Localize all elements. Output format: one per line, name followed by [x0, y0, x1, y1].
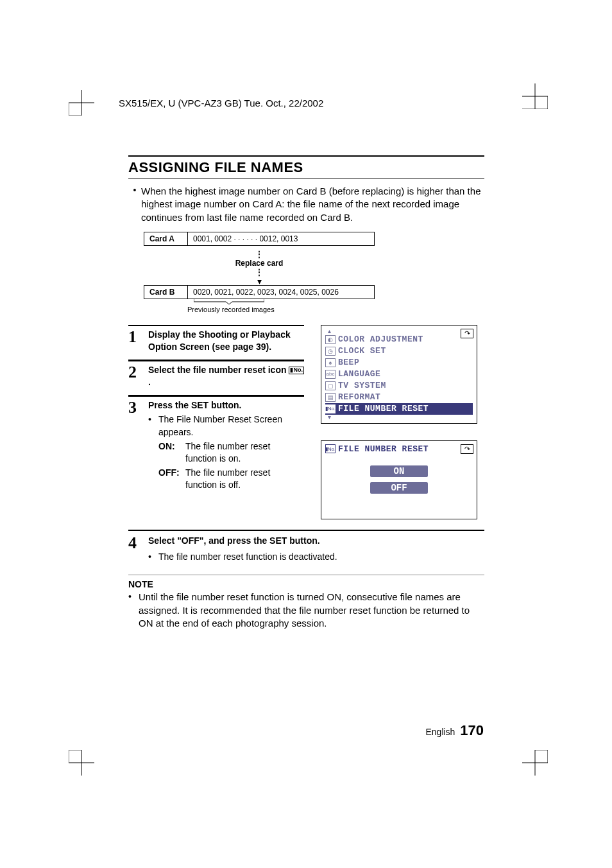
- scroll-down-icon: ▾: [325, 415, 473, 420]
- step-3-sub-1: The File Number Reset Screen appears.: [158, 413, 304, 438]
- diagram-row-b: Card B 0020, 0021, 0022, 0023, 0024, 002…: [144, 285, 375, 299]
- diagram-row-a: Card A 0001, 0002 · · · · · · 0012, 0013: [144, 232, 375, 246]
- beep-icon: ♠: [325, 358, 336, 367]
- on-label: ON:: [158, 440, 185, 465]
- svg-rect-0: [69, 103, 81, 116]
- tv-icon: ▢: [325, 381, 336, 390]
- file-number-reset-icon: ▮No.: [289, 367, 304, 374]
- step-3: 3 Press the SET button. • The File Numbe…: [128, 395, 304, 492]
- note-text: Until the file number reset function is …: [139, 591, 484, 630]
- svg-rect-7: [69, 750, 81, 763]
- step-number-3: 3: [128, 399, 148, 492]
- off-text: The file number reset function is off.: [185, 467, 304, 492]
- card-b-values: 0020, 0021, 0022, 0023, 0024, 0025, 0026: [188, 286, 374, 299]
- intro-text: When the highest image number on Card B …: [141, 185, 484, 224]
- step-4-sub-1: The file number reset function is deacti…: [158, 551, 337, 564]
- crop-mark-br: [522, 750, 548, 778]
- language-icon: abc: [325, 370, 336, 379]
- crop-mark-tl: [69, 90, 94, 118]
- scroll-up-icon: ▴: [325, 329, 473, 334]
- step-number-4: 4: [128, 535, 148, 563]
- bullet-icon: •: [148, 413, 158, 438]
- menu-item-file-number-reset: ▮No. FILE NUMBER RESET: [325, 403, 473, 415]
- brace-icon: [194, 299, 264, 306]
- note-title: NOTE: [128, 579, 484, 589]
- step-1-title: Display the Shooting or Playback Option …: [148, 329, 304, 353]
- bullet-icon: •: [128, 185, 141, 224]
- menu-item-clock-set: ◷ CLOCK SET: [325, 345, 473, 357]
- page-title: ASSIGNING FILE NAMES: [128, 155, 484, 178]
- file-number-reset-icon: ▮No.: [325, 444, 336, 453]
- card-a-label: Card A: [144, 232, 188, 245]
- svg-rect-10: [535, 750, 548, 763]
- off-label: OFF:: [158, 467, 185, 492]
- menu-item-tv-system: ▢ TV SYSTEM: [325, 380, 473, 392]
- screen2-title: FILE NUMBER RESET: [338, 444, 429, 454]
- crop-mark-bl: [69, 750, 94, 778]
- header-line: SX515/EX, U (VPC-AZ3 GB) Tue. Oct., 22/2…: [119, 98, 323, 108]
- svg-rect-3: [535, 96, 548, 109]
- on-text: The file number reset function is on.: [185, 440, 304, 465]
- arrow-down-icon: ▾: [144, 278, 375, 285]
- menu-item-language: abc LANGUAGE: [325, 369, 473, 380]
- step-4: 4 Select "OFF", and press the SET button…: [128, 531, 484, 563]
- menu-item-color-adjustment: ◐ COLOR ADJUSTMENT: [325, 334, 473, 345]
- footer-language: English: [425, 727, 455, 737]
- card-a-values: 0001, 0002 · · · · · · 0012, 0013: [188, 232, 374, 245]
- exit-icon: ↷: [461, 444, 473, 454]
- menu-item-reformat: ▤ REFORMAT: [325, 392, 473, 403]
- reformat-icon: ▤: [325, 393, 336, 402]
- bullet-icon: •: [128, 591, 139, 630]
- crop-mark-tr: [522, 83, 548, 112]
- replace-card-label: ⋮ Replace card ⋮: [144, 246, 375, 278]
- card-b-label: Card B: [144, 286, 188, 299]
- menu-item-beep: ♠ BEEP: [325, 357, 473, 369]
- step-number-1: 1: [128, 329, 148, 353]
- file-number-reset-icon: ▮No.: [325, 404, 336, 413]
- exit-icon: ↷: [461, 329, 473, 338]
- step-number-2: 2: [128, 364, 148, 388]
- page-footer: English 170: [425, 722, 484, 739]
- step-2: 2 Select the file number reset icon ▮No.…: [128, 360, 304, 388]
- page-number: 170: [460, 722, 484, 738]
- on-option: ON: [370, 465, 428, 477]
- clock-icon: ◷: [325, 347, 336, 356]
- off-option: OFF: [370, 482, 428, 494]
- color-adjustment-icon: ◐: [325, 335, 336, 344]
- step-1: 1 Display the Shooting or Playback Optio…: [128, 325, 304, 353]
- option-screen: ↷ ▴ ◐ COLOR ADJUSTMENT ◷ CLOCK SET ♠ BEE…: [321, 325, 477, 424]
- card-diagram: Card A 0001, 0002 · · · · · · 0012, 0013…: [144, 232, 375, 313]
- step-3-title: Press the SET button.: [148, 399, 304, 412]
- step-2-title: Select the file number reset icon ▮No..: [148, 364, 304, 388]
- step-4-title: Select "OFF", and press the SET button.: [148, 535, 337, 547]
- bullet-icon: •: [148, 551, 158, 564]
- file-number-reset-screen: ↷ ▮No. FILE NUMBER RESET ON OFF: [321, 440, 477, 519]
